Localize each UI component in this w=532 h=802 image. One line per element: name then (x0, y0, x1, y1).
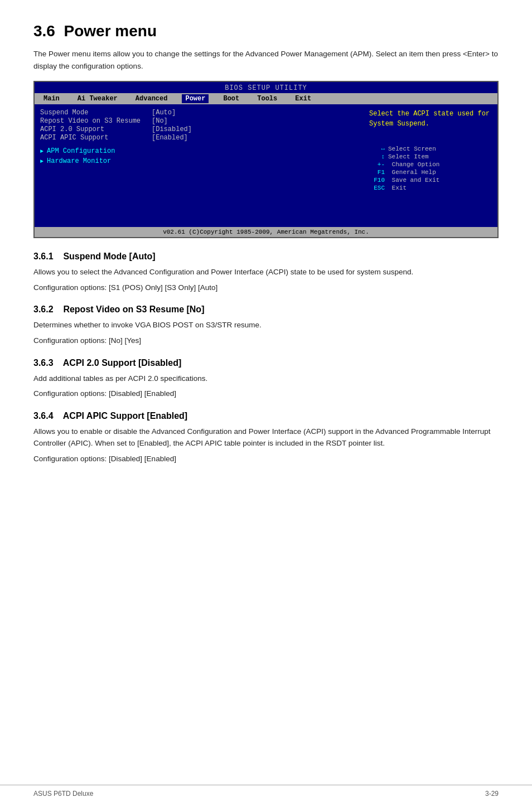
section-heading-362: 3.6.2 Repost Video on S3 Resume [No] (33, 305, 499, 315)
bios-menu-tools[interactable]: Tools (254, 94, 280, 103)
section-heading-364: 3.6.4 ACPI APIC Support [Enabled] (33, 411, 499, 421)
bios-title-bar: BIOS SETUP UTILITY (35, 82, 497, 93)
bios-menu-exit[interactable]: Exit (292, 94, 315, 103)
section-body-363: Add additional tables as per ACPI 2.0 sp… (33, 373, 499, 385)
key-row: ↕ Select Item (369, 153, 492, 160)
key-row: +- Change Option (369, 161, 492, 168)
section-heading-361: 3.6.1 Suspend Mode [Auto] (33, 252, 499, 262)
key-row: ↔ Select Screen (369, 146, 492, 152)
bios-right-panel: Select the ACPI state used for System Su… (364, 109, 492, 223)
table-row: ACPI APIC Support [Enabled] (40, 134, 364, 142)
key-row: F1 General Help (369, 169, 492, 176)
bios-menu-power[interactable]: Power (182, 94, 209, 103)
table-row: Repost Video on S3 Resume [No] (40, 117, 364, 125)
bios-footer: v02.61 (C)Copyright 1985-2009, American … (35, 227, 497, 237)
page-footer: ASUS P6TD Deluxe 3-29 (0, 785, 532, 802)
table-row: ACPI 2.0 Support [Disabled] (40, 125, 364, 133)
bios-submenu-apm[interactable]: ► APM Configuration (40, 147, 364, 155)
section-body-362: Determines whether to invoke VGA BIOS PO… (33, 319, 499, 331)
section-options-361: Configuration options: [S1 (POS) Only] [… (33, 282, 499, 294)
arrow-icon: ► (40, 158, 43, 165)
bios-submenu-hwmonitor[interactable]: ► Hardware Monitor (40, 157, 364, 165)
bios-menu-boot[interactable]: Boot (220, 94, 243, 103)
section-heading-363: 3.6.3 ACPI 2.0 Support [Disabled] (33, 358, 499, 368)
section-options-364: Configuration options: [Disabled] [Enabl… (33, 453, 499, 465)
key-row: F10 Save and Exit (369, 177, 492, 183)
bios-help-text: Select the ACPI state used for System Su… (369, 109, 492, 129)
bios-left-panel: Suspend Mode [Auto] Repost Video on S3 R… (40, 109, 364, 223)
section-body-361: Allows you to select the Advanced Config… (33, 266, 499, 278)
arrow-icon: ► (40, 148, 43, 154)
section-options-363: Configuration options: [Disabled] [Enabl… (33, 388, 499, 400)
table-row: Suspend Mode [Auto] (40, 109, 364, 117)
bios-ui: BIOS SETUP UTILITY Main Ai Tweaker Advan… (33, 81, 499, 238)
intro-text: The Power menu items allow you to change… (33, 48, 499, 72)
bios-menu-main[interactable]: Main (40, 94, 63, 103)
bios-menu-ai-tweaker[interactable]: Ai Tweaker (74, 94, 121, 103)
page-title: 3.6 Power menu (33, 22, 499, 40)
footer-left: ASUS P6TD Deluxe (33, 790, 93, 798)
bios-menu-bar: Main Ai Tweaker Advanced Power Boot Tool… (35, 93, 497, 104)
key-row: ESC Exit (369, 185, 492, 191)
footer-right: 3-29 (485, 790, 499, 798)
bios-menu-advanced[interactable]: Advanced (132, 94, 171, 103)
bios-body: Suspend Mode [Auto] Repost Video on S3 R… (35, 104, 497, 227)
bios-menu-entries: Suspend Mode [Auto] Repost Video on S3 R… (40, 109, 364, 142)
section-options-362: Configuration options: [No] [Yes] (33, 335, 499, 347)
section-body-364: Allows you to enable or disable the Adva… (33, 426, 499, 450)
bios-key-help: ↔ Select Screen ↕ Select Item +- Change … (369, 146, 492, 191)
